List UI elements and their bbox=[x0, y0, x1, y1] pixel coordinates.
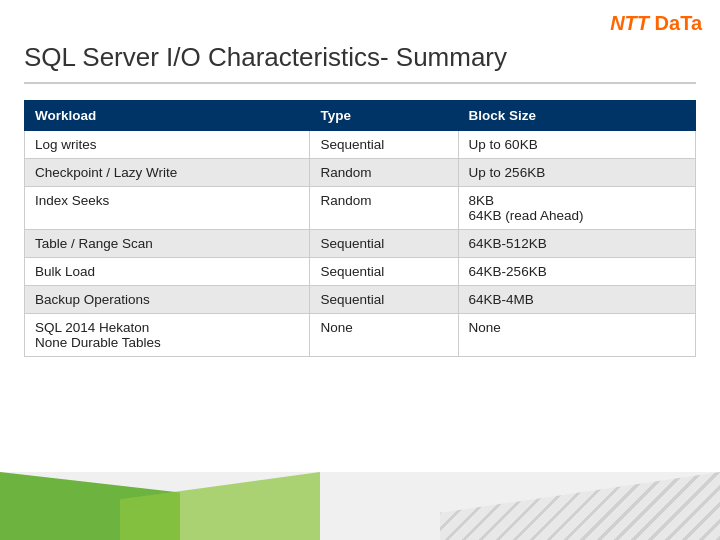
logo-data: DaTa bbox=[655, 12, 702, 34]
title-divider bbox=[24, 82, 696, 84]
logo-ntt: NTT bbox=[610, 12, 649, 34]
table-cell-6-1: None bbox=[310, 314, 458, 357]
table-row: Log writesSequentialUp to 60KB bbox=[25, 131, 696, 159]
table-row: Checkpoint / Lazy WriteRandomUp to 256KB bbox=[25, 159, 696, 187]
col-header-type: Type bbox=[310, 101, 458, 131]
table-cell-6-0: SQL 2014 HekatonNone Durable Tables bbox=[25, 314, 310, 357]
deco-light-green bbox=[120, 472, 320, 540]
ntt-data-logo: NTT DaTa bbox=[610, 10, 702, 36]
table-row: SQL 2014 HekatonNone Durable TablesNoneN… bbox=[25, 314, 696, 357]
table-cell-0-1: Sequential bbox=[310, 131, 458, 159]
table-cell-4-2: 64KB-256KB bbox=[458, 258, 695, 286]
table-cell-1-1: Random bbox=[310, 159, 458, 187]
table-cell-4-0: Bulk Load bbox=[25, 258, 310, 286]
table-row: Bulk LoadSequential64KB-256KB bbox=[25, 258, 696, 286]
table-cell-3-1: Sequential bbox=[310, 230, 458, 258]
table-cell-3-0: Table / Range Scan bbox=[25, 230, 310, 258]
table-cell-4-1: Sequential bbox=[310, 258, 458, 286]
table-cell-1-0: Checkpoint / Lazy Write bbox=[25, 159, 310, 187]
table-cell-2-0: Index Seeks bbox=[25, 187, 310, 230]
table-row: Index SeeksRandom8KB64KB (read Ahead) bbox=[25, 187, 696, 230]
table-cell-2-1: Random bbox=[310, 187, 458, 230]
bottom-decoration bbox=[0, 472, 720, 540]
table-cell-0-0: Log writes bbox=[25, 131, 310, 159]
col-header-blocksize: Block Size bbox=[458, 101, 695, 131]
deco-gray-lines bbox=[440, 472, 720, 540]
col-header-workload: Workload bbox=[25, 101, 310, 131]
table-cell-1-2: Up to 256KB bbox=[458, 159, 695, 187]
page-title: SQL Server I/O Characteristics- Summary bbox=[24, 42, 507, 73]
table-header-row: Workload Type Block Size bbox=[25, 101, 696, 131]
io-characteristics-table: Workload Type Block Size Log writesSeque… bbox=[24, 100, 696, 357]
table-cell-3-2: 64KB-512KB bbox=[458, 230, 695, 258]
table-row: Backup OperationsSequential64KB-4MB bbox=[25, 286, 696, 314]
table-cell-2-2: 8KB64KB (read Ahead) bbox=[458, 187, 695, 230]
table-cell-5-1: Sequential bbox=[310, 286, 458, 314]
table-cell-5-0: Backup Operations bbox=[25, 286, 310, 314]
table-cell-6-2: None bbox=[458, 314, 695, 357]
table-cell-0-2: Up to 60KB bbox=[458, 131, 695, 159]
table-row: Table / Range ScanSequential64KB-512KB bbox=[25, 230, 696, 258]
table-cell-5-2: 64KB-4MB bbox=[458, 286, 695, 314]
